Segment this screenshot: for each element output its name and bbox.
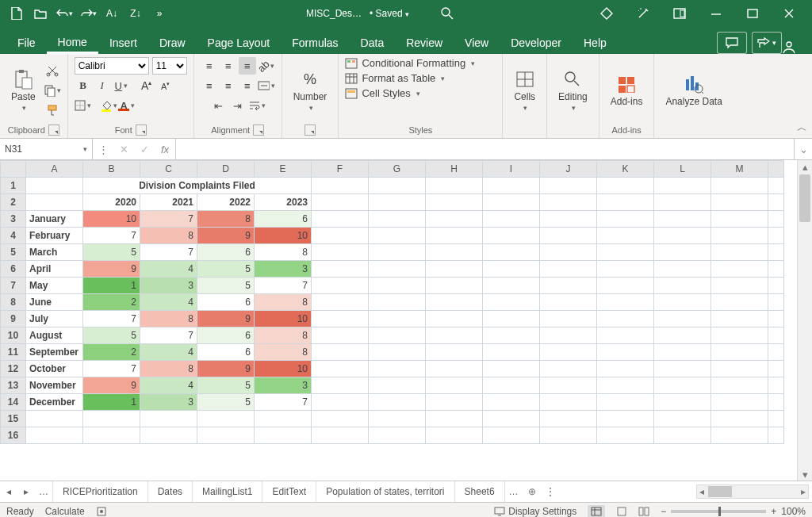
cell[interactable] <box>540 194 597 211</box>
format-as-table-button[interactable]: Format as Table▾ <box>345 72 445 84</box>
new-sheet-button[interactable]: ⊕ <box>523 486 542 497</box>
decrease-indent-icon[interactable]: ⇤ <box>210 97 228 114</box>
fx-icon[interactable]: fx <box>155 144 175 155</box>
cell[interactable] <box>483 178 540 194</box>
font-color-button[interactable]: A▾ <box>119 97 136 114</box>
data-cell[interactable]: 6 <box>197 327 255 344</box>
wrap-text-icon[interactable]: ▾ <box>248 97 266 114</box>
align-right-icon[interactable]: ≡ <box>239 77 256 94</box>
row-header-15[interactable]: 15 <box>1 411 26 427</box>
col-header-H[interactable]: H <box>426 161 483 178</box>
row-header-14[interactable]: 14 <box>1 394 26 411</box>
cell[interactable] <box>711 244 768 261</box>
cell[interactable] <box>426 427 483 444</box>
cell[interactable] <box>711 261 768 278</box>
align-center-icon[interactable]: ≡ <box>220 77 237 94</box>
align-left-icon[interactable]: ≡ <box>201 77 218 94</box>
clipboard-launcher-icon[interactable] <box>48 124 59 136</box>
data-cell[interactable]: 2 <box>83 344 140 361</box>
name-box[interactable]: N31▾ <box>0 139 93 159</box>
view-page-break-icon[interactable] <box>638 507 649 516</box>
cell[interactable] <box>540 427 597 444</box>
data-cell[interactable]: 5 <box>83 244 140 261</box>
cell[interactable] <box>197 411 255 427</box>
cell[interactable] <box>369 427 426 444</box>
cell[interactable] <box>654 344 711 361</box>
sheet-tab[interactable]: Sheet6 <box>455 481 505 502</box>
tab-split-icon[interactable]: ⋮ <box>542 486 559 497</box>
cell[interactable] <box>483 377 540 394</box>
cell[interactable] <box>312 228 369 244</box>
data-cell[interactable]: 7 <box>83 361 140 377</box>
data-cell[interactable]: 7 <box>255 278 312 294</box>
cell[interactable] <box>711 194 768 211</box>
tab-home[interactable]: Home <box>47 29 98 54</box>
align-top-icon[interactable]: ≡ <box>201 57 218 75</box>
cell[interactable] <box>26 194 83 211</box>
new-file-icon[interactable] <box>5 2 29 25</box>
cell[interactable] <box>255 427 312 444</box>
namebox-more-icon[interactable]: ⋮ <box>93 144 113 155</box>
cell[interactable] <box>654 311 711 327</box>
sheet-tab[interactable]: RICEPrioritization <box>52 481 148 502</box>
cell[interactable] <box>312 244 369 261</box>
col-header-L[interactable]: L <box>654 161 711 178</box>
saved-state[interactable]: • Saved ▾ <box>370 8 409 19</box>
cell[interactable] <box>540 261 597 278</box>
year-header[interactable]: 2023 <box>255 194 312 211</box>
cell[interactable] <box>369 228 426 244</box>
tab-insert[interactable]: Insert <box>98 30 148 54</box>
tab-scroll-right-icon[interactable]: ▸ <box>17 486 35 497</box>
cell[interactable] <box>597 427 654 444</box>
zoom-slider[interactable]: − + 100% <box>661 506 806 517</box>
bold-button[interactable]: B <box>75 77 92 94</box>
data-cell[interactable]: 5 <box>197 377 255 394</box>
cell[interactable] <box>483 228 540 244</box>
cell[interactable] <box>426 194 483 211</box>
data-cell[interactable]: 6 <box>255 211 312 228</box>
cell[interactable] <box>597 361 654 377</box>
tab-more-icon[interactable]: … <box>35 486 52 497</box>
tab-page-layout[interactable]: Page Layout <box>197 30 282 54</box>
scroll-up-icon[interactable]: ▴ <box>798 160 812 173</box>
tab-draw[interactable]: Draw <box>148 30 197 54</box>
align-middle-icon[interactable]: ≡ <box>220 57 237 75</box>
month-label[interactable]: July <box>26 311 83 327</box>
qat-more-icon[interactable]: » <box>147 2 171 25</box>
maximize-button[interactable] <box>734 2 771 25</box>
cell[interactable] <box>711 394 768 411</box>
data-cell[interactable]: 4 <box>140 377 197 394</box>
cell[interactable] <box>483 261 540 278</box>
undo-icon[interactable]: ▾ <box>52 2 76 25</box>
sort-desc-icon[interactable]: Z↓ <box>124 2 147 25</box>
cell[interactable] <box>426 394 483 411</box>
cell[interactable] <box>483 394 540 411</box>
cell[interactable] <box>597 178 654 194</box>
cell[interactable] <box>312 377 369 394</box>
cell[interactable] <box>711 377 768 394</box>
col-header-D[interactable]: D <box>197 161 255 178</box>
cell[interactable] <box>369 211 426 228</box>
row-header-11[interactable]: 11 <box>1 344 26 361</box>
row-header-5[interactable]: 5 <box>1 244 26 261</box>
cell[interactable] <box>369 311 426 327</box>
cell[interactable] <box>369 327 426 344</box>
cell[interactable] <box>312 194 369 211</box>
increase-font-icon[interactable]: A▴ <box>138 77 155 94</box>
data-cell[interactable]: 10 <box>255 311 312 327</box>
cell[interactable] <box>597 294 654 311</box>
data-cell[interactable]: 1 <box>83 278 140 294</box>
cell[interactable] <box>426 228 483 244</box>
spreadsheet-grid[interactable]: ABCDEFGHIJKLM1Division Complaints Filed2… <box>0 160 812 481</box>
data-cell[interactable]: 8 <box>140 311 197 327</box>
col-header-I[interactable]: I <box>483 161 540 178</box>
cell[interactable] <box>312 178 369 194</box>
cell[interactable] <box>369 411 426 427</box>
cell[interactable] <box>540 278 597 294</box>
addins-button[interactable]: Add-ins <box>606 72 648 109</box>
cell[interactable] <box>140 427 197 444</box>
data-cell[interactable]: 10 <box>83 211 140 228</box>
data-cell[interactable]: 6 <box>197 244 255 261</box>
data-cell[interactable]: 7 <box>140 244 197 261</box>
cell[interactable] <box>597 244 654 261</box>
